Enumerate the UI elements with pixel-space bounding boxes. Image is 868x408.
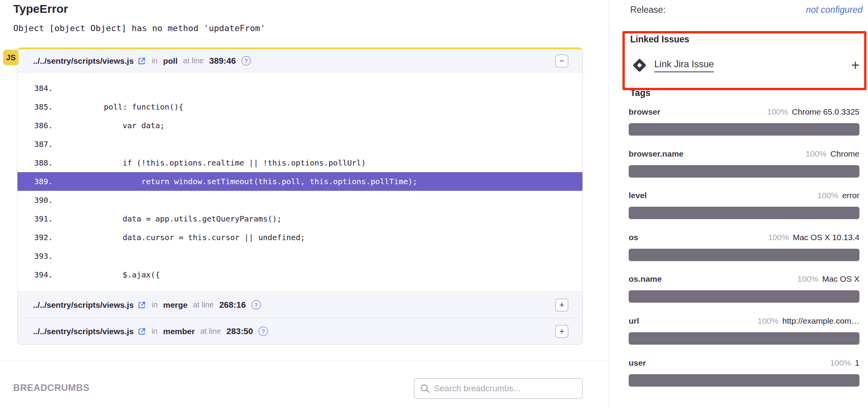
frame-line-number: 283:50	[227, 326, 253, 337]
tag-row-user: user 100% 1	[629, 358, 859, 387]
error-type-title: TypeError	[13, 2, 68, 16]
tag-key[interactable]: os	[629, 233, 638, 242]
tags-section: Tags	[630, 88, 859, 98]
frame-function-name: merge	[163, 300, 188, 310]
tag-row-os-name: os.name 100% Mac OS X	[629, 274, 859, 303]
frame-in-label: in	[152, 327, 158, 336]
stack-frame-row-member[interactable]: ../../sentry/scripts/views.js in member …	[17, 318, 582, 344]
tag-percent: 100%	[830, 358, 851, 368]
frame-function-name: member	[163, 327, 195, 336]
external-link-icon[interactable]	[138, 301, 146, 309]
frame-file-path: ../../sentry/scripts/views.js	[33, 327, 134, 336]
link-jira-issue-link[interactable]: Link Jira Issue	[654, 59, 714, 72]
tag-percent: 100%	[798, 274, 819, 284]
stack-frame-header[interactable]: ../../sentry/scripts/views.js in poll at…	[17, 49, 582, 73]
breadcrumbs-search-box	[414, 378, 583, 399]
section-rule	[695, 39, 859, 40]
code-line: 391. data = app.utils.getQueryParams();	[17, 209, 582, 228]
frame-file-path: ../../sentry/scripts/views.js	[33, 56, 134, 66]
tag-distribution-bar	[629, 207, 859, 219]
search-input[interactable]	[434, 384, 577, 394]
tag-distribution-bar	[629, 374, 859, 387]
code-line: 394. $.ajax({	[17, 265, 582, 284]
section-divider	[0, 361, 608, 361]
tag-distribution-bar	[629, 290, 859, 303]
release-not-configured-link[interactable]: not configured	[806, 5, 863, 15]
frame-at-line-label: at line	[200, 327, 221, 336]
sidebar-divider	[608, 0, 609, 408]
add-linked-issue-button[interactable]: +	[851, 58, 859, 72]
stack-frame-row-merge[interactable]: ../../sentry/scripts/views.js in merge a…	[17, 291, 582, 318]
linked-issues-title: Linked Issues	[630, 34, 689, 45]
external-link-icon[interactable]	[138, 57, 146, 65]
breadcrumbs-section-title: BREADCRUMBS	[13, 382, 89, 393]
tag-distribution-bar	[629, 332, 859, 345]
code-line-highlighted: 389. return window.setTimeout(this.poll,…	[17, 172, 582, 191]
frame-line-number: 268:16	[219, 300, 246, 310]
code-line: 388. if (!this.options.realtime || !this…	[17, 153, 582, 172]
frame-in-label: in	[152, 56, 158, 65]
tags-title: Tags	[630, 88, 650, 98]
tag-row-level: level 100% error	[629, 191, 859, 219]
code-line: 387.	[17, 135, 582, 153]
help-icon[interactable]: ?	[241, 56, 251, 66]
tag-value: 1	[855, 358, 859, 368]
tag-key[interactable]: url	[629, 316, 639, 326]
help-icon[interactable]: ?	[258, 326, 268, 336]
tag-value: Mac OS X	[822, 274, 859, 284]
frame-function-name: poll	[163, 56, 178, 66]
jira-icon	[632, 58, 647, 73]
expand-frame-button[interactable]: +	[555, 325, 568, 338]
tag-key[interactable]: browser.name	[629, 149, 683, 159]
tag-value: error	[842, 191, 859, 200]
tag-key[interactable]: user	[629, 358, 646, 368]
tag-row-url: url 100% http://example.com…	[629, 316, 859, 345]
tag-percent: 100%	[767, 107, 788, 117]
code-line: 390.	[17, 191, 582, 209]
tag-percent: 100%	[758, 316, 779, 326]
tag-row-os: os 100% Mac OS X 10.13.4	[629, 233, 859, 261]
tag-distribution-bar	[629, 123, 859, 136]
release-label: Release:	[630, 5, 666, 15]
tag-key[interactable]: os.name	[629, 274, 662, 284]
release-row: Release: not configured	[630, 5, 863, 15]
error-message: Object [object Object] has no method 'up…	[13, 23, 265, 33]
frame-at-line-label: at line	[183, 56, 204, 65]
linked-issues-section: Linked Issues	[630, 34, 859, 45]
code-line: 384.	[17, 79, 582, 98]
collapse-frame-button[interactable]: −	[555, 54, 568, 68]
code-line: 386. var data;	[17, 116, 582, 135]
tag-row-browser-name: browser.name 100% Chrome	[629, 149, 859, 178]
external-link-icon[interactable]	[138, 327, 146, 336]
tag-key[interactable]: browser	[629, 107, 661, 117]
expand-frame-button[interactable]: +	[555, 298, 568, 312]
tag-value: Chrome	[830, 149, 859, 159]
frame-at-line-label: at line	[193, 300, 214, 309]
help-icon[interactable]: ?	[251, 300, 261, 310]
tag-distribution-bar	[629, 249, 859, 261]
tag-percent: 100%	[806, 149, 827, 159]
search-icon	[420, 384, 430, 394]
tag-key[interactable]: level	[629, 191, 647, 200]
frame-file-path: ../../sentry/scripts/views.js	[33, 300, 134, 310]
tag-row-browser: browser 100% Chrome 65.0.3325	[629, 107, 859, 136]
link-jira-issue-row: Link Jira Issue +	[632, 57, 859, 74]
tag-percent: 100%	[817, 191, 838, 200]
section-rule	[657, 93, 859, 93]
tag-percent: 100%	[768, 233, 789, 242]
platform-js-badge: JS	[3, 50, 19, 65]
stacktrace-panel: ../../sentry/scripts/views.js in poll at…	[17, 47, 583, 345]
code-line: 393.	[17, 247, 582, 265]
code-line: 392. data.cursor = this.cursor || undefi…	[17, 228, 582, 247]
tag-value: http://example.com…	[783, 316, 859, 326]
source-code-context: 384. 385. poll: function(){ 386. var dat…	[17, 73, 582, 291]
code-line: 385. poll: function(){	[17, 98, 582, 116]
frame-in-label: in	[152, 300, 158, 309]
frame-line-number: 389:46	[209, 56, 236, 66]
issue-detail-page: TypeError Object [object Object] has no …	[0, 0, 868, 408]
tag-distribution-bar	[629, 165, 859, 178]
tag-value: Mac OS X 10.13.4	[793, 233, 859, 242]
tag-value: Chrome 65.0.3325	[792, 107, 859, 117]
